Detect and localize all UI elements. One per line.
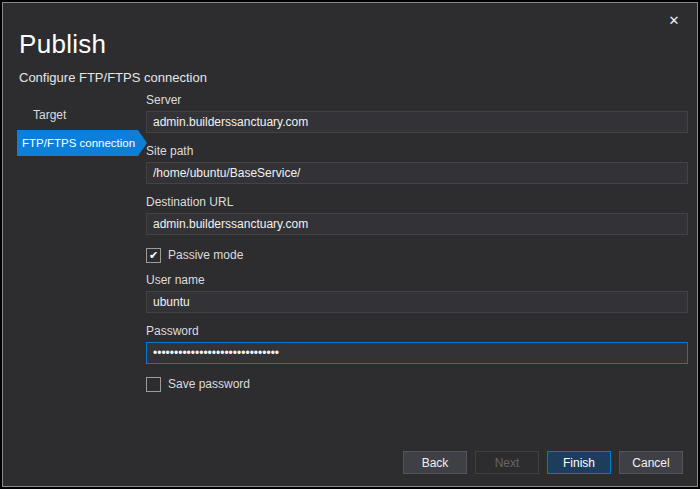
site-path-label: Site path — [146, 144, 688, 158]
publish-dialog: ✕ Publish Configure FTP/FTPS connection … — [2, 2, 698, 487]
connection-form: Server Site path Destination URL ✔ Passi… — [146, 93, 688, 402]
wizard-steps-sidebar: Target FTP/FTPS connection — [17, 102, 138, 158]
close-button[interactable]: ✕ — [658, 8, 690, 32]
checkbox-unchecked-icon: ✔ — [146, 377, 161, 392]
destination-url-label: Destination URL — [146, 195, 688, 209]
server-input[interactable] — [146, 111, 688, 133]
save-password-checkbox[interactable]: ✔ Save password — [146, 375, 688, 393]
finish-button[interactable]: Finish — [547, 451, 611, 474]
save-password-label: Save password — [168, 377, 250, 391]
page-title: Publish — [19, 29, 207, 60]
site-path-input[interactable] — [146, 162, 688, 184]
user-name-input[interactable] — [146, 291, 688, 313]
passive-mode-label: Passive mode — [168, 248, 243, 262]
destination-url-input[interactable] — [146, 213, 688, 235]
sidebar-item-ftp-connection[interactable]: FTP/FTPS connection — [17, 130, 138, 156]
checkbox-checked-icon: ✔ — [146, 248, 161, 263]
next-button[interactable]: Next — [475, 451, 539, 474]
dialog-footer: Back Next Finish Cancel — [403, 451, 683, 474]
password-input[interactable] — [146, 342, 688, 364]
back-button[interactable]: Back — [403, 451, 467, 474]
passive-mode-checkbox[interactable]: ✔ Passive mode — [146, 246, 688, 264]
sidebar-item-target[interactable]: Target — [17, 102, 138, 128]
password-label: Password — [146, 324, 688, 338]
page-subtitle: Configure FTP/FTPS connection — [19, 70, 207, 85]
dialog-header: Publish Configure FTP/FTPS connection — [19, 29, 207, 85]
cancel-button[interactable]: Cancel — [619, 451, 683, 474]
server-label: Server — [146, 93, 688, 107]
user-name-label: User name — [146, 273, 688, 287]
